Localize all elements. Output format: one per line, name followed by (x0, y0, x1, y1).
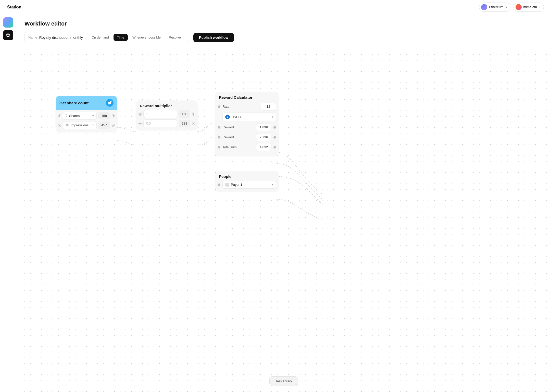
mult-port-left-2 (139, 122, 141, 125)
get-share-count-node: Get share count ⤴ Shares (56, 96, 117, 132)
currency-chevron-icon: ▾ (272, 115, 273, 119)
sidebar: ✿ (0, 14, 16, 392)
sidebar-item-flower[interactable]: ✿ (3, 30, 13, 40)
reward2-value: 2,736 (256, 133, 271, 141)
task-library-button[interactable]: Task library (269, 376, 298, 386)
mult-input-2[interactable]: 0.5 (143, 119, 177, 127)
topbar-right: Ethereum ▾ mima.eth ▾ (479, 3, 544, 12)
name-label: Name (28, 35, 37, 39)
impressions-value: 457 (98, 121, 110, 129)
impressions-row: 👁 Impressions ▾ 457 (58, 121, 115, 129)
reward1-value: 1,896 (256, 123, 271, 131)
rate-label: Rate (222, 105, 259, 108)
workflow-name-area: Name Royalty distribution monthly (28, 35, 83, 40)
publish-workflow-button[interactable]: Publish workflow (193, 33, 234, 42)
calc-header: Reward Calculator (215, 92, 279, 102)
network-selector[interactable]: Ethereum ▾ (479, 3, 510, 12)
payer-chevron-icon: ▾ (272, 183, 273, 186)
impressions-field[interactable]: 👁 Impressions ▾ (63, 121, 97, 129)
time-button[interactable]: Time (114, 34, 128, 41)
workflow-name-value: Royalty distribution monthly (39, 35, 83, 40)
share-icon: ⤴ (66, 114, 68, 118)
resolver-button[interactable]: Resolver (165, 34, 185, 41)
reward1-port-right (273, 126, 276, 129)
app-logo: Station (7, 5, 21, 10)
chevron-down-icon: ▾ (539, 6, 541, 8)
totalsum-row: Total sum 4,632 (215, 142, 279, 154)
impressions-port-left (58, 124, 61, 127)
mult-port-left-1 (139, 113, 141, 115)
node-header: Get share count (56, 96, 117, 110)
shares-value: 158 (98, 112, 110, 119)
workflow-toolbar: Name Royalty distribution monthly On dem… (24, 32, 189, 43)
mult-row-1: 1 158 (139, 110, 195, 118)
topbar: Station Ethereum ▾ mima.eth ▾ (0, 0, 551, 14)
currency-selector[interactable]: $ USDC ▾ (222, 113, 276, 121)
mult-value-2: 228 (179, 120, 190, 127)
multiplier-header: Reward multiplier (136, 101, 197, 110)
shares-port-right (112, 115, 115, 117)
node-body: ⤴ Shares ▾ 158 👁 (56, 110, 117, 132)
node-title: Get share count (59, 101, 89, 105)
user-name: mima.eth (523, 5, 537, 9)
reward1-label: Reward (222, 125, 254, 129)
chevron-down-icon: ▾ (506, 6, 507, 8)
rate-value[interactable]: 12 (261, 103, 276, 111)
on-demand-button[interactable]: On demand (88, 34, 112, 41)
totalsum-port-left (218, 146, 220, 149)
whenever-button[interactable]: Whenever possible (129, 34, 164, 41)
currency-row: $ USDC ▾ (215, 112, 279, 122)
shares-port-left (58, 115, 61, 117)
shares-label: ⤴ Shares (66, 114, 91, 118)
impressions-port-right (112, 124, 115, 127)
reward1-port-left (218, 126, 220, 129)
multiplier-body: 1 158 0.5 228 (136, 110, 197, 130)
totalsum-value: 4,632 (256, 143, 271, 151)
payer-selector[interactable]: Payer 1 ▾ (222, 181, 276, 189)
reward2-label: Reward (222, 135, 254, 139)
shares-field[interactable]: ⤴ Shares ▾ (63, 112, 97, 120)
mult-port-right-1 (192, 113, 195, 115)
layout: ✿ Workflow editor Name Royalty distribut… (0, 14, 551, 392)
workflow-header: Workflow editor Name Royalty distributio… (16, 14, 551, 43)
reward2-row: Reward 2,736 (215, 132, 279, 142)
mult-row-2: 0.5 228 (139, 119, 195, 127)
shares-row: ⤴ Shares ▾ 158 (58, 112, 115, 120)
impressions-chevron-icon: ▾ (92, 124, 94, 127)
mult-value-1: 158 (179, 110, 190, 118)
people-body: Payer 1 ▾ (215, 181, 279, 191)
eye-icon: 👁 (66, 123, 69, 127)
network-name: Ethereum (489, 5, 503, 9)
usdc-icon: $ (225, 115, 230, 119)
payer-port-left (218, 183, 220, 186)
shares-chevron-icon: ▾ (92, 114, 94, 117)
page-title: Workflow editor (24, 20, 543, 27)
user-avatar (516, 4, 522, 10)
reward-calculator-node: Reward Calculator Rate 12 $ USDC ▾ (215, 92, 279, 156)
payer-row: Payer 1 ▾ (218, 181, 276, 189)
rate-port-left (218, 105, 220, 108)
mult-port-right-2 (192, 122, 195, 125)
mult-input-1[interactable]: 1 (143, 110, 177, 118)
totalsum-port-right (273, 146, 276, 149)
reward-multiplier-node: Reward multiplier 1 158 (136, 101, 197, 130)
sidebar-item-gradient[interactable] (3, 17, 13, 28)
workflow-canvas[interactable]: Get share count ⤴ Shares (16, 46, 551, 392)
reward2-port-left (218, 136, 220, 139)
workflow-controls: On demand Time Whenever possible Resolve… (88, 34, 185, 41)
user-selector[interactable]: mima.eth ▾ (514, 3, 544, 12)
impressions-label: 👁 Impressions (66, 123, 91, 127)
people-node: People Payer 1 ▾ (215, 171, 279, 191)
rate-row: Rate 12 (215, 102, 279, 112)
calc-body: Rate 12 $ USDC ▾ Reward (215, 102, 279, 156)
reward1-row: Reward 1,896 (215, 122, 279, 132)
reward2-port-right (273, 136, 276, 139)
twitter-icon (106, 99, 114, 107)
chain-icon (481, 4, 487, 10)
main-content: Workflow editor Name Royalty distributio… (16, 14, 551, 392)
payer-card-icon (225, 183, 229, 187)
totalsum-label: Total sum (222, 145, 254, 149)
people-header: People (215, 171, 279, 181)
